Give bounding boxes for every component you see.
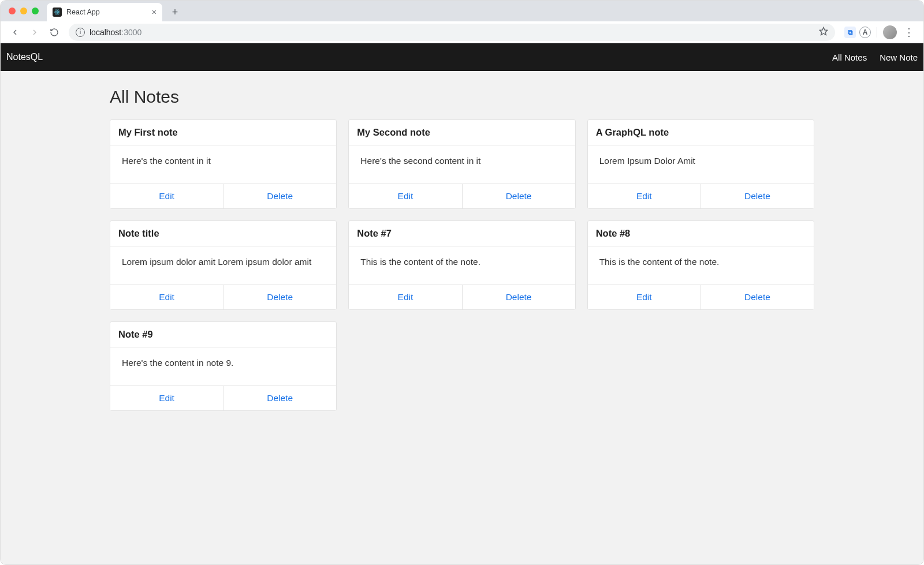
note-title: A GraphQL note xyxy=(588,120,814,145)
browser-forward-button[interactable] xyxy=(26,24,43,41)
note-actions: EditDelete xyxy=(588,285,814,309)
note-title: Note #9 xyxy=(110,322,336,347)
extension-icon[interactable]: ⧉ xyxy=(844,27,856,38)
browser-tab[interactable]: React App × xyxy=(47,3,162,21)
browser-tab-title: React App xyxy=(66,8,100,16)
delete-button[interactable]: Delete xyxy=(462,285,575,309)
edit-button[interactable]: Edit xyxy=(588,184,701,208)
window-close-icon[interactable] xyxy=(9,8,16,14)
tab-close-icon[interactable]: × xyxy=(152,8,157,17)
browser-back-button[interactable] xyxy=(6,24,24,41)
delete-button[interactable]: Delete xyxy=(701,285,814,309)
nav-links: All Notes New Note xyxy=(832,53,918,62)
note-title: My First note xyxy=(110,120,336,145)
note-content: This is the content of the note. xyxy=(588,246,814,285)
url-port: :3000 xyxy=(121,28,141,37)
app-navbar: NotesQL All Notes New Note xyxy=(1,43,923,71)
note-title: Note #8 xyxy=(588,221,814,246)
browser-menu-icon[interactable]: ⋮ xyxy=(900,26,918,39)
react-favicon-icon xyxy=(53,8,62,17)
delete-button[interactable]: Delete xyxy=(223,184,336,208)
nav-link-new-note[interactable]: New Note xyxy=(880,53,918,62)
note-title: Note title xyxy=(110,221,336,246)
note-actions: EditDelete xyxy=(110,285,336,309)
profile-avatar-icon[interactable] xyxy=(883,25,897,39)
bookmark-star-icon[interactable] xyxy=(819,27,828,38)
note-content: Here's the second content in it xyxy=(349,145,575,184)
delete-button[interactable]: Delete xyxy=(462,184,575,208)
note-card: Note #8This is the content of the note.E… xyxy=(587,220,814,310)
note-content: Lorem ipsum dolor amit Lorem ipsum dolor… xyxy=(110,246,336,285)
note-card: A GraphQL noteLorem Ipsum Dolor AmitEdit… xyxy=(587,119,814,209)
delete-button[interactable]: Delete xyxy=(223,386,336,410)
edit-button[interactable]: Edit xyxy=(588,285,701,309)
edit-button[interactable]: Edit xyxy=(110,285,223,309)
page-title: All Notes xyxy=(110,87,814,107)
nav-link-all-notes[interactable]: All Notes xyxy=(832,53,867,62)
edit-button[interactable]: Edit xyxy=(349,285,461,309)
url-host: localhost xyxy=(90,28,121,37)
browser-toolbar: i localhost:3000 ⧉ A ⋮ xyxy=(1,21,923,43)
brand[interactable]: NotesQL xyxy=(6,52,43,62)
note-card: My First noteHere's the content in itEdi… xyxy=(110,119,337,209)
notes-grid: My First noteHere's the content in itEdi… xyxy=(110,119,814,411)
note-card: Note #9Here's the content in note 9.Edit… xyxy=(110,321,337,411)
main-container: All Notes My First noteHere's the conten… xyxy=(104,71,820,434)
browser-tab-strip: React App × + xyxy=(1,1,923,21)
window-maximize-icon[interactable] xyxy=(32,8,39,14)
delete-button[interactable]: Delete xyxy=(223,285,336,309)
note-card: My Second noteHere's the second content … xyxy=(348,119,575,209)
note-content: Here's the content in it xyxy=(110,145,336,184)
note-title: Note #7 xyxy=(349,221,575,246)
app-viewport: NotesQL All Notes New Note All Notes My … xyxy=(1,43,923,565)
note-actions: EditDelete xyxy=(110,386,336,410)
note-actions: EditDelete xyxy=(110,184,336,208)
new-tab-button[interactable]: + xyxy=(167,4,183,20)
edit-button[interactable]: Edit xyxy=(110,184,223,208)
note-content: This is the content of the note. xyxy=(349,246,575,285)
note-actions: EditDelete xyxy=(349,285,575,309)
note-content: Lorem Ipsum Dolor Amit xyxy=(588,145,814,184)
extension-icon[interactable]: A xyxy=(859,27,871,38)
browser-reload-button[interactable] xyxy=(46,24,63,41)
note-content: Here's the content in note 9. xyxy=(110,347,336,386)
window-minimize-icon[interactable] xyxy=(20,8,27,14)
note-title: My Second note xyxy=(349,120,575,145)
separator xyxy=(877,27,877,38)
note-actions: EditDelete xyxy=(349,184,575,208)
note-card: Note #7This is the content of the note.E… xyxy=(348,220,575,310)
svg-marker-4 xyxy=(819,27,827,35)
site-info-icon[interactable]: i xyxy=(76,28,85,37)
svg-point-0 xyxy=(57,12,58,13)
delete-button[interactable]: Delete xyxy=(701,184,814,208)
window-controls xyxy=(9,8,39,14)
browser-extensions: ⧉ A ⋮ xyxy=(841,25,918,39)
edit-button[interactable]: Edit xyxy=(349,184,461,208)
browser-address-bar[interactable]: i localhost:3000 xyxy=(69,24,835,41)
note-card: Note titleLorem ipsum dolor amit Lorem i… xyxy=(110,220,337,310)
edit-button[interactable]: Edit xyxy=(110,386,223,410)
note-actions: EditDelete xyxy=(588,184,814,208)
